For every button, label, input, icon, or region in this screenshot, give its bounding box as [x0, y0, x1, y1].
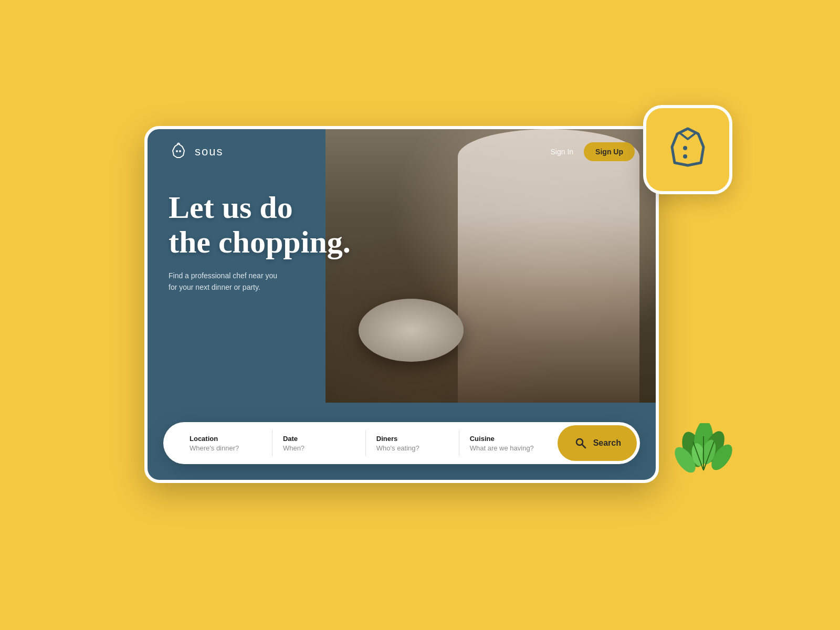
date-placeholder: When?	[283, 444, 355, 452]
search-icon	[573, 436, 588, 450]
cuisine-label: Cuisine	[470, 435, 542, 443]
hero-title: Let us do the chopping.	[169, 190, 381, 259]
nav-actions: Sign In Sign Up	[551, 142, 635, 161]
hero-content: Let us do the chopping. Find a professio…	[148, 174, 402, 309]
diners-placeholder: Who's eating?	[376, 444, 448, 452]
navbar: sous Sign In Sign Up	[148, 129, 656, 174]
logo-icon	[169, 142, 188, 162]
svg-point-0	[176, 150, 178, 152]
herb-icon	[669, 423, 738, 518]
search-field-cuisine[interactable]: Cuisine What are we having?	[459, 430, 552, 456]
page-wrapper: sous Sign In Sign Up Let us do the chopp…	[144, 126, 696, 504]
svg-point-5	[683, 154, 687, 159]
search-button[interactable]: Search	[558, 425, 637, 461]
diners-label: Diners	[376, 435, 448, 443]
search-field-diners[interactable]: Diners Who's eating?	[366, 430, 459, 456]
app-icon-card	[643, 105, 732, 194]
main-card: sous Sign In Sign Up Let us do the chopp…	[144, 126, 659, 483]
sign-in-button[interactable]: Sign In	[551, 148, 574, 156]
sign-up-button[interactable]: Sign Up	[584, 142, 635, 161]
svg-point-4	[683, 146, 687, 150]
search-field-location[interactable]: Location Where's dinner?	[179, 430, 272, 456]
logo-text: sous	[195, 145, 223, 159]
logo-area: sous	[169, 142, 223, 162]
location-placeholder: Where's dinner?	[190, 444, 261, 452]
herb-decoration	[669, 423, 738, 520]
search-field-date[interactable]: Date When?	[272, 430, 366, 456]
search-bar-wrapper: Location Where's dinner? Date When? Dine…	[148, 422, 656, 480]
cuisine-placeholder: What are we having?	[470, 444, 542, 452]
location-label: Location	[190, 435, 261, 443]
hero-subtitle: Find a professional chef near you for yo…	[169, 270, 381, 293]
date-label: Date	[283, 435, 355, 443]
search-button-label: Search	[593, 438, 621, 448]
svg-line-3	[582, 445, 585, 448]
search-bar: Location Where's dinner? Date When? Dine…	[163, 422, 640, 464]
svg-point-1	[179, 150, 181, 152]
chef-icon	[659, 121, 717, 178]
